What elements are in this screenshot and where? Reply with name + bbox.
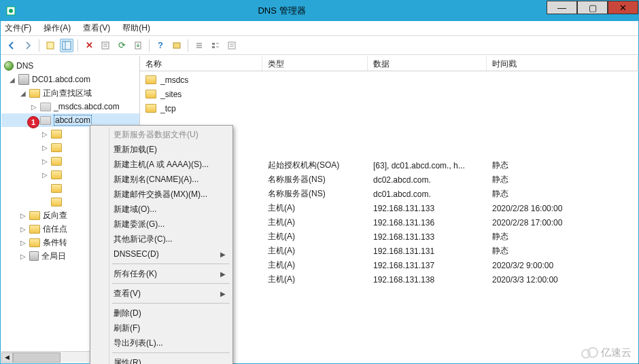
tree-server[interactable]: ◢ DC01.abcd.com: [1, 73, 139, 86]
menu-separator: [112, 303, 230, 304]
action-icon[interactable]: [170, 39, 184, 52]
expand-icon[interactable]: ▷: [19, 225, 27, 233]
tree-root-label: DNS: [16, 61, 33, 71]
expand-icon[interactable]: ▷: [41, 171, 48, 179]
menu-action[interactable]: 操作(A): [44, 22, 71, 34]
tree-root[interactable]: DNS: [1, 59, 139, 73]
tree-trust-label: 信任点: [43, 223, 67, 235]
cell-ts: 2020/2/28 17:00:00: [487, 218, 638, 228]
cell-data: 192.168.131.136: [368, 218, 487, 228]
menu-export[interactable]: 导出列表(L)...: [92, 335, 231, 350]
svg-rect-13: [212, 43, 215, 45]
maximize-button[interactable]: ▢: [577, 1, 608, 14]
menu-help[interactable]: 帮助(H): [122, 22, 150, 34]
expand-icon[interactable]: [41, 198, 48, 206]
menu-refresh[interactable]: 刷新(F): [92, 321, 231, 335]
expand-icon[interactable]: ▷: [30, 103, 37, 111]
svg-rect-5: [102, 42, 109, 49]
expand-icon[interactable]: ▷: [41, 158, 48, 165]
cell-data: dc01.abcd.com.: [368, 189, 487, 199]
expand-icon[interactable]: ▷: [41, 144, 48, 151]
dns-icon: [4, 61, 14, 71]
cell-ts: 2020/2/28 16:00:00: [487, 204, 638, 213]
window: DNS 管理器 — ▢ ✕ 文件(F) 操作(A) 查看(V) 帮助(H) ✕ …: [0, 0, 639, 364]
svg-rect-9: [173, 43, 180, 48]
folder-icon: [40, 103, 51, 111]
menu-reload[interactable]: 重新加载(E): [92, 142, 231, 157]
table-row[interactable]: _msdcs: [140, 73, 638, 87]
forward-button[interactable]: [21, 39, 35, 52]
list-icon[interactable]: [192, 39, 206, 52]
table-row[interactable]: _sites: [140, 87, 638, 101]
delete-icon[interactable]: ✕: [82, 39, 96, 52]
window-buttons: — ▢ ✕: [547, 7, 638, 14]
menu-new-cname[interactable]: 新建别名(CNAME)(A)...: [92, 172, 231, 187]
table-row[interactable]: _tcp: [140, 101, 638, 115]
tree-mode-icon[interactable]: [60, 39, 73, 52]
menu-tasks-label: 所有任务(K): [114, 268, 157, 280]
col-data[interactable]: 数据: [368, 56, 487, 71]
col-name[interactable]: 名称: [140, 56, 262, 71]
menu-delete[interactable]: 删除(D): [92, 306, 231, 321]
menu-dnssec-label: DNSSEC(D): [114, 249, 159, 259]
expand-icon[interactable]: ▷: [19, 253, 27, 260]
cell-name: _sites: [140, 90, 262, 99]
titlebar: DNS 管理器 — ▢ ✕: [1, 1, 638, 21]
collapse-icon[interactable]: ◢: [8, 76, 16, 84]
separator: [77, 39, 78, 52]
menu-new-deleg[interactable]: 新建委派(G)...: [92, 217, 231, 232]
filter-icon[interactable]: [225, 39, 239, 52]
menu-properties[interactable]: 属性(R): [92, 355, 231, 364]
scroll-left-icon[interactable]: ◀: [1, 352, 13, 363]
refresh-icon[interactable]: ⟳: [115, 39, 128, 52]
tree-msdcs-label: _msdcs.abcd.com: [54, 102, 120, 111]
menu-new-host[interactable]: 新建主机(A 或 AAAA)(S)...: [92, 157, 231, 172]
cell-data: 192.168.131.131: [368, 247, 487, 256]
detail-icon[interactable]: [209, 39, 222, 52]
cell-data: 192.168.131.133: [368, 204, 487, 213]
tree-cond-label: 条件转: [43, 237, 67, 249]
properties-icon[interactable]: [99, 39, 112, 52]
cell-ts: 2020/3/3 12:00:00: [487, 275, 638, 285]
folder-icon: [51, 157, 62, 166]
menu-all-tasks[interactable]: 所有任务(K)▶: [92, 266, 231, 281]
menu-separator: [112, 263, 230, 264]
back-button[interactable]: [5, 39, 18, 52]
cell-ts: 静态: [487, 245, 638, 257]
cell-data: [63], dc01.abcd.com., h...: [368, 161, 487, 170]
folder-icon: [51, 143, 62, 152]
expand-icon[interactable]: [41, 185, 48, 192]
menu-view[interactable]: 查看(V)▶: [92, 286, 231, 301]
menu-view[interactable]: 查看(V): [83, 22, 110, 34]
cell-data: 192.168.131.138: [368, 275, 487, 285]
watermark-text: 亿速云: [601, 346, 632, 359]
tree-fwd-zone[interactable]: ◢ 正向查找区域: [1, 86, 139, 100]
cell-data: dc02.abcd.com.: [368, 175, 487, 185]
minimize-button[interactable]: —: [547, 1, 577, 14]
menu-file[interactable]: 文件(F): [5, 22, 31, 34]
menu-update-file: 更新服务器数据文件(U): [92, 127, 231, 142]
menu-other-records[interactable]: 其他新记录(C)...: [92, 232, 231, 247]
tree-server-label: DC01.abcd.com: [32, 75, 90, 84]
menu-new-domain[interactable]: 新建域(O)...: [92, 202, 231, 217]
menubar: 文件(F) 操作(A) 查看(V) 帮助(H): [1, 21, 638, 36]
cell-type: 主机(A): [262, 231, 368, 242]
toolbar: ✕ ⟳ ?: [1, 36, 638, 55]
scroll-thumb[interactable]: [13, 352, 61, 363]
help-icon[interactable]: ?: [154, 39, 167, 52]
cell-type: 起始授权机构(SOA): [262, 160, 368, 171]
col-type[interactable]: 类型: [262, 56, 368, 71]
col-ts[interactable]: 时间戳: [487, 56, 638, 71]
cell-ts: 静态: [487, 231, 638, 242]
tree-msdcs[interactable]: ▷ _msdcs.abcd.com: [1, 100, 139, 113]
menu-new-mx[interactable]: 新建邮件交换器(MX)(M)...: [92, 187, 231, 202]
menu-dnssec[interactable]: DNSSEC(D)▶: [92, 247, 231, 261]
expand-icon[interactable]: ▷: [19, 212, 27, 219]
close-button[interactable]: ✕: [608, 1, 638, 14]
expand-icon[interactable]: ▷: [19, 239, 27, 247]
new-window-icon[interactable]: [44, 39, 57, 52]
cell-type: 名称服务器(NS): [262, 174, 368, 185]
expand-icon[interactable]: ▷: [41, 130, 48, 138]
export-icon[interactable]: [131, 39, 145, 52]
collapse-icon[interactable]: ◢: [19, 90, 27, 97]
